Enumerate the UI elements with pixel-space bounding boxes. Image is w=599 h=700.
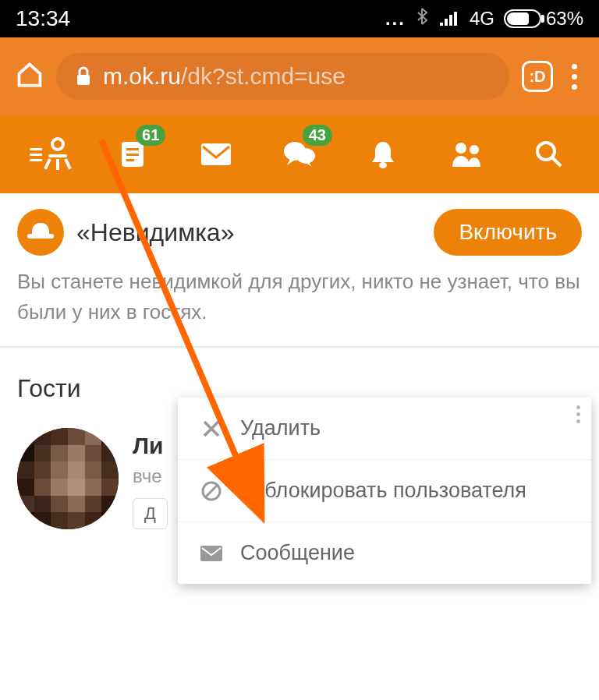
network-type: 4G <box>470 8 494 30</box>
bluetooth-icon <box>415 7 429 30</box>
url-text: m.ok.ru/dk?st.cmd=use <box>103 63 346 90</box>
svg-rect-3 <box>126 154 139 156</box>
svg-point-7 <box>296 148 315 164</box>
popup-more-icon[interactable] <box>576 405 580 423</box>
discussions-badge: 43 <box>303 125 332 146</box>
hat-icon <box>27 223 54 242</box>
svg-rect-5 <box>201 143 231 165</box>
menu-delete[interactable]: Удалить <box>178 398 591 460</box>
svg-rect-17 <box>200 546 222 561</box>
avatar[interactable] <box>17 428 119 529</box>
close-icon <box>198 419 225 439</box>
nav-search[interactable] <box>526 131 572 178</box>
menu-message-label: Сообщение <box>240 541 355 565</box>
invisible-icon <box>17 209 64 256</box>
svg-point-8 <box>379 162 387 168</box>
block-icon <box>198 480 225 502</box>
battery-indicator: 63% <box>504 8 583 30</box>
message-icon <box>198 545 225 562</box>
tabs-button[interactable]: :D <box>522 61 553 92</box>
svg-rect-4 <box>126 159 134 161</box>
svg-point-10 <box>470 145 479 154</box>
app-navigation: 61 43 <box>0 115 599 193</box>
hamburger-icon <box>30 148 42 161</box>
guest-context-menu: Удалить Заблокировать пользователя Сообщ… <box>178 398 591 584</box>
promo-title: «Невидимка» <box>76 218 421 247</box>
menu-delete-label: Удалить <box>240 416 321 440</box>
browser-menu-icon[interactable] <box>565 64 583 90</box>
invisible-promo: «Невидимка» Включить Вы станете невидимк… <box>0 193 599 348</box>
svg-line-12 <box>553 158 561 166</box>
status-dots-icon: ... <box>385 8 406 30</box>
feed-badge: 61 <box>136 125 165 146</box>
nav-notifications[interactable] <box>360 131 406 178</box>
svg-point-11 <box>537 143 555 160</box>
menu-block-user[interactable]: Заблокировать пользователя <box>178 460 591 522</box>
battery-percent: 63% <box>546 8 583 30</box>
battery-icon <box>504 9 541 28</box>
ok-logo-icon <box>47 137 69 171</box>
status-time: 13:34 <box>16 6 70 31</box>
nav-messages[interactable] <box>193 131 239 178</box>
signal-icon <box>438 10 460 27</box>
svg-rect-0 <box>77 75 90 85</box>
nav-feed[interactable]: 61 <box>109 131 156 178</box>
nav-discussions[interactable]: 43 <box>276 131 323 178</box>
menu-block-label: Заблокировать пользователя <box>240 479 526 503</box>
search-icon <box>534 140 564 169</box>
promo-description: Вы станете невидимкой для других, никто … <box>17 267 582 327</box>
nav-friends[interactable] <box>443 131 490 178</box>
friends-icon <box>449 140 484 168</box>
menu-message[interactable]: Сообщение <box>178 522 591 584</box>
svg-point-9 <box>455 143 466 154</box>
bottom-whitespace <box>0 638 599 700</box>
guest-action-button[interactable]: Д <box>133 498 168 529</box>
status-bar: 13:34 ... 4G 63% <box>0 0 599 37</box>
url-bar[interactable]: m.ok.ru/dk?st.cmd=use <box>56 53 509 100</box>
enable-invisible-button[interactable]: Включить <box>434 209 582 256</box>
bell-icon <box>369 139 397 170</box>
home-icon[interactable] <box>16 61 44 92</box>
menu-logo-button[interactable] <box>26 131 73 178</box>
mail-icon <box>200 142 232 167</box>
browser-bar: m.ok.ru/dk?st.cmd=use :D <box>0 37 599 115</box>
svg-rect-2 <box>126 148 139 150</box>
lock-icon <box>75 66 92 87</box>
svg-line-16 <box>205 485 218 497</box>
